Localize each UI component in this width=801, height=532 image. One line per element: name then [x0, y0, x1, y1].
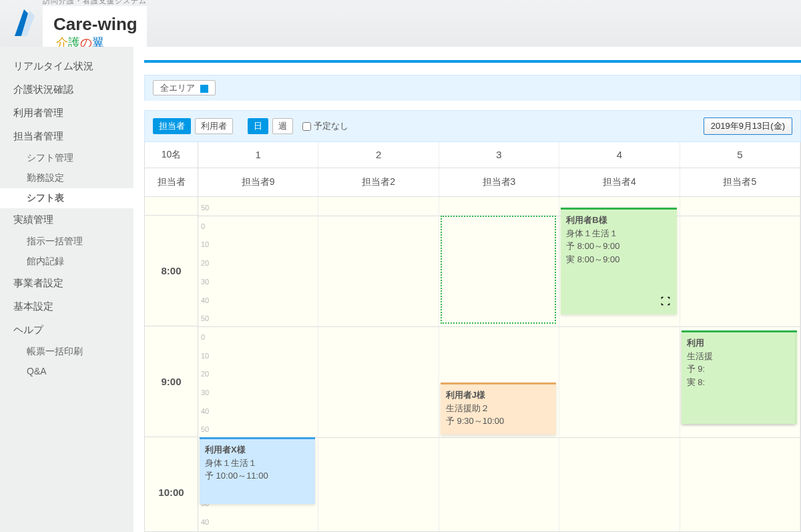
grid-header-index: 10名 1 2 3 4 5: [145, 142, 800, 168]
event-text: 利用者X様: [205, 443, 310, 457]
sidebar-subitem[interactable]: 指示一括管理: [0, 232, 134, 252]
minute-tick: 10: [201, 352, 209, 360]
schedule-event[interactable]: 利用者B様身体１生活１予 8:00～9:00実 8:00～9:00: [561, 208, 676, 314]
staff-name: 担当者4: [559, 168, 680, 196]
col-index: 3: [439, 142, 559, 168]
col-index: 2: [318, 142, 439, 168]
schedule-event[interactable]: 利用生活援予 9:実 8:: [682, 330, 795, 424]
minute-tick: 50: [201, 425, 209, 433]
area-selector[interactable]: 全エリア: [153, 80, 216, 95]
staff-column-2[interactable]: [318, 197, 439, 532]
schedule-grid: 10名 1 2 3 4 5 担当者 担当者9 担当者2 担当者3 担当者4 担当…: [144, 142, 801, 532]
sidebar-subitem[interactable]: 帳票一括印刷: [0, 342, 134, 362]
sidebar-item[interactable]: 事業者設定: [0, 272, 134, 295]
sidebar-subitem[interactable]: Q&A: [0, 362, 134, 380]
sidebar-subitem[interactable]: 勤務設定: [0, 168, 134, 188]
no-schedule-input[interactable]: [302, 122, 311, 131]
sidebar: リアルタイム状況介護状況確認利用者管理担当者管理シフト管理勤務設定シフト表実績管…: [0, 47, 134, 532]
staff-name: 担当者5: [680, 168, 800, 196]
staff-count: 10名: [145, 142, 198, 168]
week-view-button[interactable]: 週: [272, 118, 293, 134]
event-text: 予 9:30～10:00: [446, 415, 551, 428]
brand-name: Care-wing 介護の翼: [43, 6, 147, 51]
minute-tick: 30: [201, 278, 209, 286]
app-header: 訪問介護・看護支援システム Care-wing 介護の翼: [0, 0, 801, 47]
sidebar-item[interactable]: 介護状況確認: [0, 78, 134, 101]
staff-column-3[interactable]: 利用者J様生活援助２予 9:30～10:00: [439, 197, 559, 532]
sidebar-subitem[interactable]: 館内記録: [0, 252, 134, 272]
minute-tick: 10: [201, 240, 209, 248]
area-bar: 全エリア: [144, 75, 801, 101]
event-text: 身体１生活１: [205, 457, 310, 470]
move-icon[interactable]: [659, 295, 672, 311]
minute-tick: 20: [201, 370, 209, 378]
col-index: 4: [559, 142, 680, 168]
col-index: 1: [198, 142, 318, 168]
grid-header-staff: 担当者 担当者9 担当者2 担当者3 担当者4 担当者5: [145, 168, 800, 197]
corner-label: 担当者: [145, 168, 198, 196]
sidebar-item[interactable]: 基本設定: [0, 295, 134, 318]
col-index: 5: [680, 142, 800, 168]
brand-subtitle: 訪問介護・看護支援システム: [43, 0, 147, 6]
sidebar-item[interactable]: 担当者管理: [0, 125, 134, 148]
event-text: 予 8:00～9:00: [566, 240, 671, 253]
no-schedule-checkbox[interactable]: 予定なし: [302, 120, 348, 132]
staff-name: 担当者2: [318, 168, 439, 196]
minute-tick: 50: [201, 204, 209, 212]
date-picker-button[interactable]: 2019年9月13日(金): [704, 117, 792, 135]
wing-icon: [12, 7, 39, 41]
minute-tick: 20: [201, 259, 209, 267]
day-view-button[interactable]: 日: [248, 118, 268, 134]
staff-name: 担当者9: [198, 168, 318, 196]
sidebar-item[interactable]: 実績管理: [0, 208, 134, 232]
minute-tick: 40: [201, 407, 209, 415]
toolbar: 担当者 利用者 日 週 予定なし 2019年9月13日(金): [144, 110, 801, 142]
minute-tick: 50: [201, 314, 209, 322]
hour-label: 10:00: [145, 437, 198, 532]
sidebar-item[interactable]: ヘルプ: [0, 318, 134, 342]
sidebar-item[interactable]: 利用者管理: [0, 101, 134, 125]
hour-label: 9:00: [145, 326, 198, 437]
schedule-event[interactable]: 利用者J様生活援助２予 9:30～10:00: [441, 382, 556, 435]
event-text: 予 10:00～11:00: [205, 469, 310, 483]
view-by-user-button[interactable]: 利用者: [195, 118, 233, 134]
time-column: 8:00 9:00 10:00: [145, 197, 198, 532]
accent-bar: [144, 60, 801, 63]
event-text: 利用者J様: [446, 388, 551, 402]
view-by-staff-button[interactable]: 担当者: [153, 118, 191, 134]
event-text: 利用者B様: [566, 214, 671, 227]
minute-tick: 0: [201, 222, 205, 230]
minute-tick: 40: [201, 296, 209, 304]
sidebar-subitem[interactable]: シフト管理: [0, 148, 134, 168]
drop-target[interactable]: [441, 216, 556, 324]
staff-column-4[interactable]: 利用者B様身体１生活１予 8:00～9:00実 8:00～9:00: [559, 197, 680, 532]
schedule-event[interactable]: 利用者X様身体１生活１予 10:00～11:00: [200, 437, 315, 504]
minute-tick: 30: [201, 388, 209, 396]
grid-body: 8:00 9:00 10:00 500102030405001020304050…: [145, 197, 800, 532]
main-content: 全エリア 担当者 利用者 日 週 予定なし 2019年9月13日(金) 10名 …: [134, 47, 801, 532]
minute-tick: 0: [201, 333, 205, 341]
sidebar-subitem[interactable]: シフト表: [0, 188, 134, 208]
staff-column-5[interactable]: 利用者O様身体２生活１予 9:00～10:00実 8:59～9:57利用生活援予…: [680, 197, 800, 532]
event-text: 生活援助２: [446, 402, 551, 415]
event-text: 身体１生活１: [566, 227, 671, 240]
staff-column-1[interactable]: 50010203040500102030405001020304050利用者X様…: [198, 197, 318, 532]
hour-label: 8:00: [145, 216, 198, 326]
staff-name: 担当者3: [439, 168, 559, 196]
event-text: 実 8:00～9:00: [566, 253, 671, 266]
sidebar-item[interactable]: リアルタイム状況: [0, 55, 134, 78]
minute-tick: 40: [201, 518, 209, 526]
